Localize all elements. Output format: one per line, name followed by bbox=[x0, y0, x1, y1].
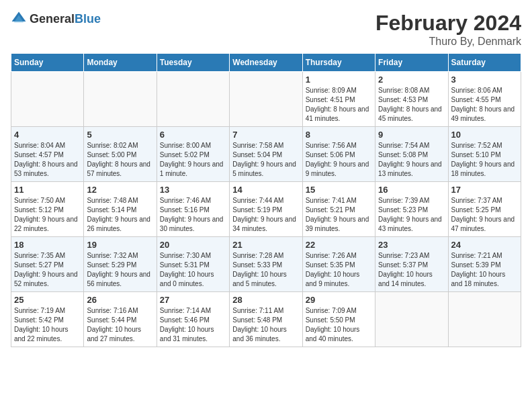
day-number: 7 bbox=[232, 130, 299, 140]
calendar-cell: 17Sunrise: 7:37 AMSunset: 5:25 PMDayligh… bbox=[448, 182, 521, 237]
day-info: Sunrise: 8:06 AMSunset: 4:55 PMDaylight:… bbox=[451, 86, 518, 124]
day-info: Sunrise: 7:48 AMSunset: 5:14 PMDaylight:… bbox=[87, 196, 153, 234]
day-number: 10 bbox=[451, 130, 518, 140]
weekday-header-thursday: Thursday bbox=[302, 54, 375, 72]
day-number: 20 bbox=[160, 240, 226, 250]
calendar-cell: 18Sunrise: 7:35 AMSunset: 5:27 PMDayligh… bbox=[11, 237, 84, 292]
day-info: Sunrise: 7:56 AMSunset: 5:06 PMDaylight:… bbox=[306, 141, 372, 179]
day-info: Sunrise: 7:37 AMSunset: 5:25 PMDaylight:… bbox=[451, 196, 518, 234]
calendar-cell: 4Sunrise: 8:04 AMSunset: 4:57 PMDaylight… bbox=[11, 127, 84, 182]
calendar-cell bbox=[375, 292, 448, 347]
calendar-cell: 12Sunrise: 7:48 AMSunset: 5:14 PMDayligh… bbox=[84, 182, 157, 237]
day-info: Sunrise: 8:04 AMSunset: 4:57 PMDaylight:… bbox=[14, 141, 81, 179]
calendar-cell: 24Sunrise: 7:21 AMSunset: 5:39 PMDayligh… bbox=[448, 237, 521, 292]
calendar-cell: 15Sunrise: 7:41 AMSunset: 5:21 PMDayligh… bbox=[302, 182, 375, 237]
day-number: 17 bbox=[451, 185, 518, 195]
day-info: Sunrise: 7:16 AMSunset: 5:44 PMDaylight:… bbox=[87, 306, 153, 344]
day-number: 15 bbox=[306, 185, 372, 195]
day-info: Sunrise: 7:09 AMSunset: 5:50 PMDaylight:… bbox=[306, 306, 372, 344]
day-info: Sunrise: 7:14 AMSunset: 5:46 PMDaylight:… bbox=[160, 306, 226, 344]
day-number: 18 bbox=[14, 240, 81, 250]
day-number: 16 bbox=[378, 185, 445, 195]
calendar-cell: 13Sunrise: 7:46 AMSunset: 5:16 PMDayligh… bbox=[157, 182, 229, 237]
day-info: Sunrise: 7:39 AMSunset: 5:23 PMDaylight:… bbox=[378, 196, 445, 234]
day-info: Sunrise: 7:28 AMSunset: 5:33 PMDaylight:… bbox=[232, 251, 299, 289]
calendar-cell bbox=[230, 72, 302, 127]
day-info: Sunrise: 7:11 AMSunset: 5:48 PMDaylight:… bbox=[232, 306, 299, 344]
calendar-week-row: 25Sunrise: 7:19 AMSunset: 5:42 PMDayligh… bbox=[11, 292, 521, 347]
logo-text: GeneralBlue bbox=[30, 12, 101, 26]
calendar-week-row: 18Sunrise: 7:35 AMSunset: 5:27 PMDayligh… bbox=[11, 237, 521, 292]
day-number: 2 bbox=[378, 75, 445, 85]
weekday-header-monday: Monday bbox=[84, 54, 157, 72]
calendar-cell: 8Sunrise: 7:56 AMSunset: 5:06 PMDaylight… bbox=[302, 127, 375, 182]
day-info: Sunrise: 7:30 AMSunset: 5:31 PMDaylight:… bbox=[160, 251, 226, 289]
calendar-cell: 3Sunrise: 8:06 AMSunset: 4:55 PMDaylight… bbox=[448, 72, 521, 127]
day-info: Sunrise: 7:23 AMSunset: 5:37 PMDaylight:… bbox=[378, 251, 445, 289]
day-number: 6 bbox=[160, 130, 226, 140]
day-info: Sunrise: 7:54 AMSunset: 5:08 PMDaylight:… bbox=[378, 141, 445, 179]
calendar-cell: 27Sunrise: 7:14 AMSunset: 5:46 PMDayligh… bbox=[157, 292, 229, 347]
day-info: Sunrise: 8:09 AMSunset: 4:51 PMDaylight:… bbox=[306, 86, 372, 124]
calendar-table: SundayMondayTuesdayWednesdayThursdayFrid… bbox=[11, 53, 521, 347]
weekday-header-wednesday: Wednesday bbox=[230, 54, 302, 72]
day-number: 8 bbox=[306, 130, 372, 140]
day-info: Sunrise: 7:41 AMSunset: 5:21 PMDaylight:… bbox=[306, 196, 372, 234]
calendar-cell: 29Sunrise: 7:09 AMSunset: 5:50 PMDayligh… bbox=[302, 292, 375, 347]
day-number: 13 bbox=[160, 185, 226, 195]
calendar-cell: 10Sunrise: 7:52 AMSunset: 5:10 PMDayligh… bbox=[448, 127, 521, 182]
calendar-cell: 11Sunrise: 7:50 AMSunset: 5:12 PMDayligh… bbox=[11, 182, 84, 237]
day-number: 28 bbox=[232, 295, 299, 305]
calendar-cell: 5Sunrise: 8:02 AMSunset: 5:00 PMDaylight… bbox=[84, 127, 157, 182]
calendar-cell bbox=[84, 72, 157, 127]
day-number: 21 bbox=[232, 240, 299, 250]
day-number: 22 bbox=[306, 240, 372, 250]
day-number: 29 bbox=[306, 295, 372, 305]
day-info: Sunrise: 7:44 AMSunset: 5:19 PMDaylight:… bbox=[232, 196, 299, 234]
day-number: 12 bbox=[87, 185, 153, 195]
day-info: Sunrise: 7:50 AMSunset: 5:12 PMDaylight:… bbox=[14, 196, 81, 234]
day-info: Sunrise: 7:21 AMSunset: 5:39 PMDaylight:… bbox=[451, 251, 518, 289]
calendar-cell bbox=[448, 292, 521, 347]
day-number: 4 bbox=[14, 130, 81, 140]
day-info: Sunrise: 7:19 AMSunset: 5:42 PMDaylight:… bbox=[14, 306, 81, 344]
calendar-week-row: 4Sunrise: 8:04 AMSunset: 4:57 PMDaylight… bbox=[11, 127, 521, 182]
day-number: 14 bbox=[232, 185, 299, 195]
calendar-title: February 2024 bbox=[375, 11, 521, 36]
calendar-cell: 6Sunrise: 8:00 AMSunset: 5:02 PMDaylight… bbox=[157, 127, 229, 182]
calendar-cell bbox=[157, 72, 229, 127]
calendar-cell: 7Sunrise: 7:58 AMSunset: 5:04 PMDaylight… bbox=[230, 127, 302, 182]
calendar-cell: 22Sunrise: 7:26 AMSunset: 5:35 PMDayligh… bbox=[302, 237, 375, 292]
calendar-cell: 25Sunrise: 7:19 AMSunset: 5:42 PMDayligh… bbox=[11, 292, 84, 347]
page-header: GeneralBlue February 2024 Thuro By, Denm… bbox=[11, 11, 521, 48]
day-info: Sunrise: 7:46 AMSunset: 5:16 PMDaylight:… bbox=[160, 196, 226, 234]
calendar-cell: 19Sunrise: 7:32 AMSunset: 5:29 PMDayligh… bbox=[84, 237, 157, 292]
calendar-week-row: 11Sunrise: 7:50 AMSunset: 5:12 PMDayligh… bbox=[11, 182, 521, 237]
day-number: 25 bbox=[14, 295, 81, 305]
day-number: 1 bbox=[306, 75, 372, 85]
day-info: Sunrise: 7:26 AMSunset: 5:35 PMDaylight:… bbox=[306, 251, 372, 289]
title-area: February 2024 Thuro By, Denmark bbox=[375, 11, 521, 48]
day-info: Sunrise: 7:32 AMSunset: 5:29 PMDaylight:… bbox=[87, 251, 153, 289]
calendar-cell: 23Sunrise: 7:23 AMSunset: 5:37 PMDayligh… bbox=[375, 237, 448, 292]
calendar-cell: 28Sunrise: 7:11 AMSunset: 5:48 PMDayligh… bbox=[230, 292, 302, 347]
calendar-cell: 2Sunrise: 8:08 AMSunset: 4:53 PMDaylight… bbox=[375, 72, 448, 127]
day-info: Sunrise: 8:02 AMSunset: 5:00 PMDaylight:… bbox=[87, 141, 153, 179]
calendar-cell: 20Sunrise: 7:30 AMSunset: 5:31 PMDayligh… bbox=[157, 237, 229, 292]
day-info: Sunrise: 8:08 AMSunset: 4:53 PMDaylight:… bbox=[378, 86, 445, 124]
logo-icon bbox=[11, 11, 27, 27]
day-info: Sunrise: 7:52 AMSunset: 5:10 PMDaylight:… bbox=[451, 141, 518, 179]
day-number: 5 bbox=[87, 130, 153, 140]
calendar-cell: 9Sunrise: 7:54 AMSunset: 5:08 PMDaylight… bbox=[375, 127, 448, 182]
day-number: 9 bbox=[378, 130, 445, 140]
day-number: 24 bbox=[451, 240, 518, 250]
day-info: Sunrise: 7:35 AMSunset: 5:27 PMDaylight:… bbox=[14, 251, 81, 289]
day-number: 11 bbox=[14, 185, 81, 195]
day-info: Sunrise: 8:00 AMSunset: 5:02 PMDaylight:… bbox=[160, 141, 226, 179]
day-number: 3 bbox=[451, 75, 518, 85]
day-number: 27 bbox=[160, 295, 226, 305]
day-number: 23 bbox=[378, 240, 445, 250]
weekday-header-row: SundayMondayTuesdayWednesdayThursdayFrid… bbox=[11, 54, 521, 72]
calendar-cell: 14Sunrise: 7:44 AMSunset: 5:19 PMDayligh… bbox=[230, 182, 302, 237]
logo: GeneralBlue bbox=[11, 11, 101, 27]
